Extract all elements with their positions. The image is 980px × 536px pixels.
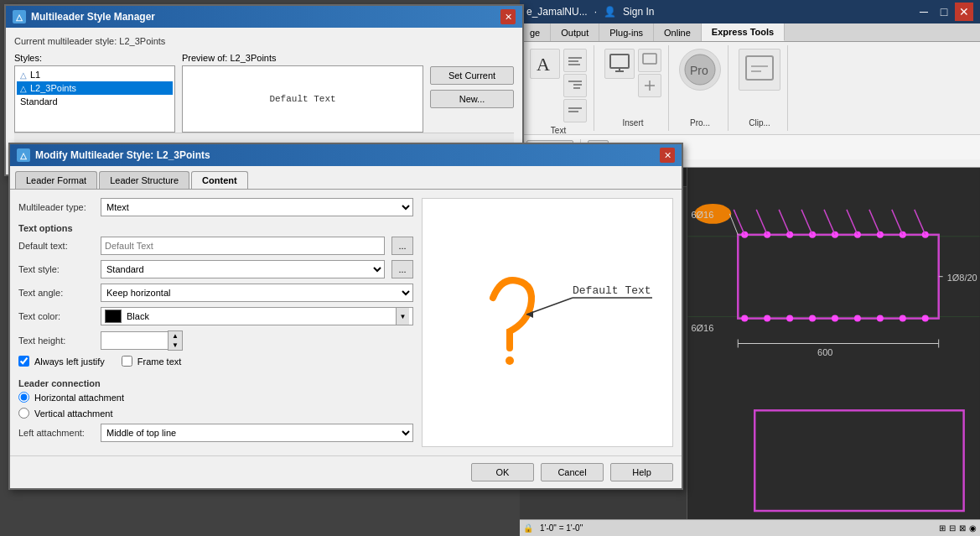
text-angle-label: Text angle: <box>18 288 94 298</box>
svg-rect-6 <box>573 87 580 89</box>
status-icon-4[interactable]: ◉ <box>969 523 977 533</box>
text-tool-2[interactable] <box>563 74 587 97</box>
text-angle-select[interactable]: Keep horizontal <box>101 284 413 302</box>
text-height-spinner: 0.15 ▲ ▼ <box>101 330 183 351</box>
sign-in-icon: 👤 <box>604 6 616 18</box>
svg-rect-5 <box>573 84 582 86</box>
minimize-button[interactable]: ─ <box>915 3 933 21</box>
pro-group-label: Pro... <box>690 118 710 127</box>
svg-text:Default Text: Default Text <box>573 284 651 297</box>
text-options-label: Text options <box>18 223 413 233</box>
set-current-button[interactable]: Set Current <box>430 66 514 85</box>
multileader-style-close-button[interactable]: ✕ <box>500 9 516 24</box>
style-item-Standard[interactable]: Standard <box>17 95 173 108</box>
vertical-attachment-radio[interactable] <box>18 408 29 419</box>
text-color-swatch <box>105 310 122 323</box>
text-tool-3[interactable] <box>563 99 587 122</box>
leader-connection-label: Leader connection <box>18 378 413 388</box>
tab-express-tools[interactable]: Express Tools <box>702 23 785 41</box>
svg-rect-2 <box>568 60 578 62</box>
close-button[interactable]: ✕ <box>955 3 973 21</box>
cad-canvas: 6Ø16 1Ø8/20 600 6Ø16 <box>687 168 980 519</box>
title-left: △ Multileader Style Manager <box>13 10 155 23</box>
status-bar: 🔒 1'-0" = 1'-0" ⊞ ⊟ ⊠ ◉ <box>520 519 980 536</box>
style-item-L2-3Points[interactable]: △ L2_3Points <box>17 81 173 95</box>
horizontal-attachment-radio[interactable] <box>18 392 29 403</box>
svg-point-31 <box>741 315 748 322</box>
lock-icon: 🔒 <box>523 523 533 533</box>
status-icon-1[interactable]: ⊞ <box>939 523 946 533</box>
tab-leader-format[interactable]: Leader Format <box>15 171 97 189</box>
tab-ge[interactable]: ge <box>520 23 551 41</box>
text-style-select[interactable]: Standard <box>101 260 385 278</box>
tab-online[interactable]: Online <box>654 23 702 41</box>
svg-rect-7 <box>568 107 582 109</box>
left-attachment-select[interactable]: Middle of top line <box>101 424 413 442</box>
color-dropdown-arrow-icon[interactable]: ▼ <box>396 308 409 325</box>
text-style-ellipsis-btn[interactable]: ... <box>391 260 413 278</box>
svg-rect-9 <box>610 55 629 68</box>
text-tool-1[interactable] <box>563 49 587 72</box>
status-icon-2[interactable]: ⊟ <box>949 523 956 533</box>
pro-icon[interactable]: Pro <box>679 49 721 91</box>
insert-tool-1[interactable] <box>638 49 661 72</box>
spinner-up-button[interactable]: ▲ <box>169 331 182 341</box>
cancel-button[interactable]: Cancel <box>541 463 604 481</box>
modify-body: Multileader type: Mtext Text options Def… <box>10 190 682 455</box>
left-attachment-row: Left attachment: Middle of top line <box>18 424 413 442</box>
vertical-attachment-label: Vertical attachment <box>34 409 113 419</box>
svg-point-39 <box>922 315 929 322</box>
insert-tool-2[interactable] <box>638 74 661 97</box>
preview-panel-modify: Default Text <box>422 198 673 447</box>
tab-leader-structure[interactable]: Leader Structure <box>99 171 189 189</box>
modify-close-button[interactable]: ✕ <box>660 148 675 163</box>
spinner-down-button[interactable]: ▼ <box>169 341 182 350</box>
styles-label: Styles: <box>14 53 175 63</box>
svg-text:6Ø16: 6Ø16 <box>691 323 713 333</box>
status-icon-3[interactable]: ⊠ <box>959 523 966 533</box>
always-left-justify-checkbox[interactable] <box>18 356 29 367</box>
svg-text:600: 600 <box>817 347 832 357</box>
text-height-input[interactable]: 0.15 <box>101 331 168 350</box>
clip-icon[interactable] <box>739 49 780 91</box>
style-tri-icon: △ <box>20 84 27 93</box>
svg-point-32 <box>764 315 770 322</box>
always-left-justify-label: Always left justify <box>34 356 105 367</box>
tab-output[interactable]: Output <box>551 23 599 41</box>
vertical-attachment-row: Vertical attachment <box>18 408 413 419</box>
preview-svg: Default Text <box>426 231 669 415</box>
tab-content[interactable]: Content <box>191 171 248 189</box>
default-text-input[interactable] <box>101 237 385 255</box>
default-text-label: Default text: <box>18 241 94 251</box>
new-button[interactable]: New... <box>430 90 514 108</box>
multileader-type-select[interactable]: Mtext <box>101 198 413 216</box>
separator: · <box>594 6 597 18</box>
text-icon[interactable]: A <box>530 49 560 79</box>
modify-footer: OK Cancel Help <box>10 455 682 488</box>
svg-text:1Ø8/20: 1Ø8/20 <box>947 273 977 283</box>
text-color-value: Black <box>127 311 394 321</box>
left-attachment-label: Left attachment: <box>18 428 94 438</box>
default-text-ellipsis-btn[interactable]: ... <box>391 237 413 255</box>
ribbon-title-bar: e_JamalNU... · 👤 Sign In ─ □ ✕ <box>520 0 980 23</box>
styles-list: △ L1 △ L2_3Points Standard <box>14 65 175 133</box>
horizontal-attachment-row: Horizontal attachment <box>18 392 413 403</box>
modify-multileader-dialog: △ Modify Multileader Style: L2_3Points ✕… <box>8 143 683 490</box>
frame-text-checkbox[interactable] <box>122 356 132 367</box>
style-item-L1[interactable]: △ L1 <box>17 68 173 81</box>
svg-point-35 <box>832 315 838 322</box>
text-color-row: Text color: Black ▼ <box>18 307 413 325</box>
buttons-panel: Set Current New... <box>430 53 514 133</box>
insert-icon[interactable] <box>604 49 635 79</box>
clip-group-label: Clip... <box>749 118 770 127</box>
svg-rect-4 <box>568 81 582 82</box>
help-button[interactable]: Help <box>610 463 673 481</box>
text-height-row: Text height: 0.15 ▲ ▼ <box>18 330 413 351</box>
tab-plugins[interactable]: Plug-ins <box>599 23 654 41</box>
sign-in-label[interactable]: Sign In <box>623 6 654 18</box>
maximize-button[interactable]: □ <box>935 3 953 21</box>
scale-label: 1'-0" = 1'-0" <box>540 523 583 533</box>
text-color-dropdown[interactable]: Black ▼ <box>101 307 413 325</box>
svg-rect-1 <box>568 57 582 59</box>
ok-button[interactable]: OK <box>471 463 534 481</box>
